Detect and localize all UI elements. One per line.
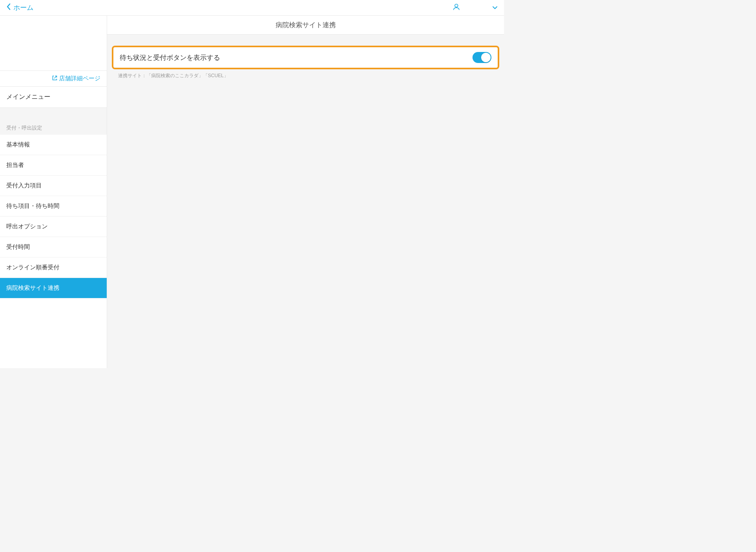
app-body: 店舗詳細ページ メインメニュー 受付・呼出設定 基本情報 担当者 受付入力項目 … bbox=[0, 16, 504, 368]
sidebar-item-basic-info[interactable]: 基本情報 bbox=[0, 135, 107, 155]
header-actions bbox=[452, 3, 498, 13]
sidebar-item-wait-items[interactable]: 待ち項目・待ち時間 bbox=[0, 196, 107, 217]
sidebar-item-label: 病院検索サイト連携 bbox=[6, 284, 59, 292]
toggle-label: 待ち状況と受付ボタンを表示する bbox=[120, 53, 220, 62]
toggle-row: 待ち状況と受付ボタンを表示する bbox=[113, 47, 498, 68]
external-link-icon bbox=[52, 75, 57, 82]
content-area: 病院検索サイト連携 待ち状況と受付ボタンを表示する 連携サイト：「病院検索のここ… bbox=[107, 16, 504, 368]
sidebar-item-label: オンライン順番受付 bbox=[6, 264, 59, 271]
sidebar-item-label: 基本情報 bbox=[6, 141, 30, 148]
content-title: 病院検索サイト連携 bbox=[276, 20, 336, 30]
display-status-toggle[interactable] bbox=[472, 52, 491, 63]
content-header: 病院検索サイト連携 bbox=[107, 16, 504, 35]
sidebar-item-call-options[interactable]: 呼出オプション bbox=[0, 217, 107, 237]
main-menu-item[interactable]: メインメニュー bbox=[0, 87, 107, 108]
sidebar-item-online-queue[interactable]: オンライン順番受付 bbox=[0, 257, 107, 278]
user-icon[interactable] bbox=[452, 3, 461, 13]
sidebar-item-hospital-search-link[interactable]: 病院検索サイト連携 bbox=[0, 278, 107, 298]
sidebar-item-reception-input[interactable]: 受付入力項目 bbox=[0, 176, 107, 196]
main-menu-label: メインメニュー bbox=[6, 93, 50, 101]
chevron-down-icon[interactable] bbox=[492, 4, 498, 11]
sidebar-item-reception-hours[interactable]: 受付時間 bbox=[0, 237, 107, 257]
sidebar-item-staff[interactable]: 担当者 bbox=[0, 155, 107, 176]
highlighted-setting-card: 待ち状況と受付ボタンを表示する bbox=[112, 46, 499, 69]
back-label: ホーム bbox=[13, 3, 33, 12]
sidebar-item-label: 受付入力項目 bbox=[6, 182, 42, 189]
store-detail-link-label: 店舗詳細ページ bbox=[59, 75, 100, 82]
sidebar: 店舗詳細ページ メインメニュー 受付・呼出設定 基本情報 担当者 受付入力項目 … bbox=[0, 16, 107, 368]
sidebar-section-header: 受付・呼出設定 bbox=[0, 122, 107, 135]
helper-text: 連携サイト：「病院検索のここカラダ」「SCUEL」 bbox=[112, 69, 499, 79]
sidebar-section-title: 受付・呼出設定 bbox=[6, 124, 42, 132]
app-header: ホーム bbox=[0, 0, 504, 16]
sidebar-item-label: 担当者 bbox=[6, 161, 24, 169]
store-detail-link[interactable]: 店舗詳細ページ bbox=[0, 71, 107, 87]
svg-point-0 bbox=[455, 4, 458, 7]
toggle-knob bbox=[481, 53, 491, 62]
back-button[interactable]: ホーム bbox=[6, 3, 33, 12]
sidebar-logo-area bbox=[0, 16, 107, 71]
chevron-left-icon bbox=[6, 3, 11, 12]
section-gap bbox=[0, 108, 107, 122]
sidebar-item-label: 受付時間 bbox=[6, 243, 30, 251]
sidebar-item-label: 待ち項目・待ち時間 bbox=[6, 202, 59, 210]
sidebar-item-label: 呼出オプション bbox=[6, 223, 48, 230]
content-body: 待ち状況と受付ボタンを表示する 連携サイト：「病院検索のここカラダ」「SCUEL… bbox=[107, 35, 504, 90]
